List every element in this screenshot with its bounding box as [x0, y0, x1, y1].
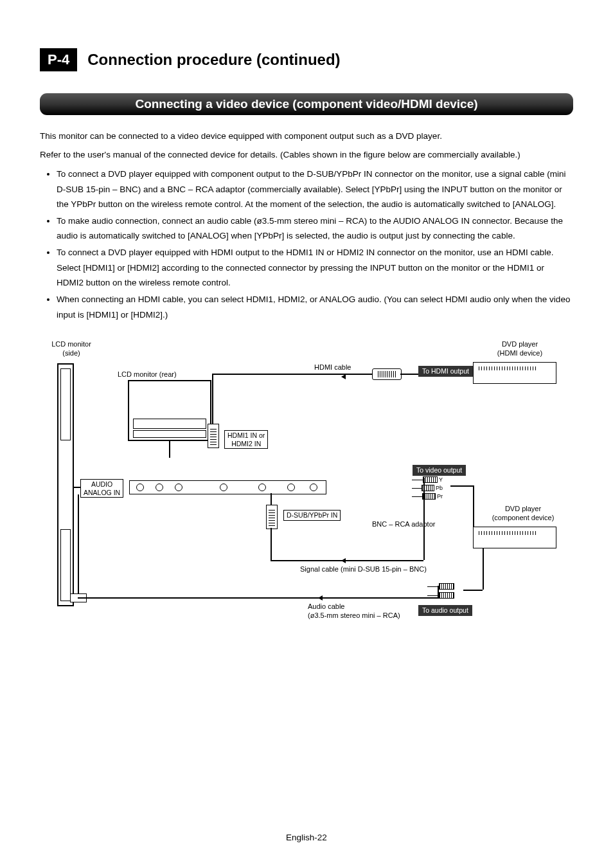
cable-line	[463, 590, 483, 591]
label-audio-cable: Audio cable(ø3.5-mm stereo mini – RCA)	[308, 602, 400, 620]
rca-component-icon: Y Pb Pr	[412, 476, 443, 502]
label-y: Y	[439, 476, 443, 483]
port-strip-icon	[129, 480, 326, 494]
cable-line	[483, 548, 484, 590]
label-to-video-output: To video output	[413, 465, 466, 476]
cable-line	[450, 485, 473, 487]
dvd-component-icon	[473, 527, 556, 548]
arrow-icon	[322, 597, 323, 599]
hdmi-plug-icon	[372, 368, 402, 380]
label-lcd-rear: LCD monitor (rear)	[118, 370, 177, 379]
label-dvd-component: DVD player(component device)	[484, 505, 562, 523]
lcd-monitor-rear-icon	[128, 380, 211, 441]
cable-line	[271, 528, 272, 560]
cable-line	[78, 494, 79, 593]
label-bnc-rca: BNC – RCA adaptor	[372, 520, 435, 529]
arrow-icon	[345, 376, 346, 377]
instruction-item: To make audio connection, connect an aud…	[57, 213, 573, 244]
label-to-hdmi-output: To HDMI output	[418, 366, 473, 377]
arrow-icon	[345, 560, 346, 561]
manual-page: P-4 Connection procedure (continued) Con…	[0, 0, 613, 868]
intro-line-1: This monitor can be connected to a video…	[40, 129, 573, 144]
cable-line	[473, 485, 474, 527]
label-pb: Pb	[436, 485, 443, 491]
connection-diagram: LCD monitor(side) LCD monitor (rear) HDM…	[46, 340, 567, 623]
cable-line	[212, 374, 213, 424]
label-lcd-side: LCD monitor(side)	[46, 340, 97, 358]
cable-line	[271, 560, 423, 561]
instruction-item: To connect a DVD player equipped with co…	[57, 167, 573, 212]
instruction-item: When connecting an HDMI cable, you can s…	[57, 292, 573, 322]
dsub-connector-icon	[266, 505, 278, 529]
label-dvd-hdmi: DVD player(HDMI device)	[488, 340, 552, 358]
instruction-item: To connect a DVD player equipped with HD…	[57, 245, 573, 291]
intro-line-2: Refer to the user's manual of the connec…	[40, 148, 573, 163]
cable-line	[271, 493, 272, 506]
hdmi-connector-icon	[208, 424, 219, 448]
page-number-tag: P-4	[40, 48, 77, 71]
section-banner: Connecting a video device (component vid…	[40, 93, 573, 115]
cable-line	[212, 374, 373, 375]
label-pr: Pr	[437, 493, 443, 500]
page-header: P-4 Connection procedure (continued)	[40, 48, 573, 71]
lcd-monitor-side-icon	[57, 363, 74, 606]
dvd-hdmi-icon	[473, 362, 556, 384]
label-audio-analog-in: AUDIOANALOG IN	[80, 479, 123, 498]
cable-line	[78, 597, 438, 599]
label-hdmi-cable: HDMI cable	[314, 363, 351, 372]
label-dsub-in: D-SUB/YPbPr IN	[283, 510, 341, 521]
instruction-list: To connect a DVD player equipped with co…	[40, 167, 573, 322]
label-to-audio-output: To audio output	[418, 605, 472, 616]
label-hdmi-in: HDMI1 IN orHDMI2 IN	[224, 430, 268, 449]
cable-line	[169, 441, 170, 458]
cable-line	[438, 586, 439, 599]
leader-line	[74, 487, 80, 488]
page-title: Connection procedure (continued)	[87, 51, 340, 69]
label-signal-cable: Signal cable (mini D-SUB 15-pin – BNC)	[300, 565, 427, 574]
rca-audio-icon	[427, 583, 458, 601]
page-footer: English-22	[0, 833, 613, 842]
